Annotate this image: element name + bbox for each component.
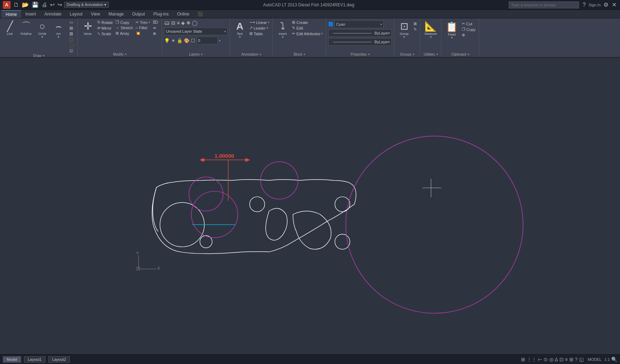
scale-button[interactable]: ⤡ Scale <box>96 31 114 36</box>
group-button[interactable]: ⊡ Group ▼ <box>396 20 412 40</box>
polar-icon[interactable]: ⊙ <box>544 357 548 362</box>
boundary-button[interactable]: ⬚ <box>68 37 75 42</box>
region-button[interactable]: ⬛ <box>68 42 75 48</box>
edit-attributes-button[interactable]: ✏ Edit Attributes ▾ <box>291 31 324 36</box>
circle-button[interactable]: ○ Circle ▼ <box>35 20 50 40</box>
print-icon[interactable]: 🖨 <box>41 1 48 9</box>
measure-button[interactable]: 📐 Measure ▼ <box>422 20 439 40</box>
signin-button[interactable]: Sign In <box>589 3 601 7</box>
lock-icon[interactable]: 🔒 <box>177 38 182 43</box>
leader-dd[interactable]: ▾ <box>267 26 268 30</box>
undo-icon[interactable]: ↩ <box>49 1 55 9</box>
workspace-dropdown[interactable]: Drafting & Annotation ▾ <box>64 2 109 8</box>
stretch-button[interactable]: ↔ Stretch <box>114 25 134 30</box>
copy-with-base-button[interactable]: ⊕ <box>461 32 477 38</box>
rotate-button[interactable]: ↻ Rotate <box>96 20 114 25</box>
annotation-dropdown-icon[interactable]: ▾ <box>260 53 261 56</box>
layer-freeze-icon[interactable]: ❄ <box>186 20 191 26</box>
array-button[interactable]: ⊞ Array <box>114 31 134 36</box>
settings-icon[interactable]: ⚙ <box>603 1 609 9</box>
redo-icon[interactable]: ↪ <box>57 1 63 9</box>
3d-icon[interactable]: ∆ <box>555 357 558 362</box>
help-icon[interactable]: ? <box>582 1 587 9</box>
ortho-icon[interactable]: ⊢ <box>538 357 542 362</box>
dynin-icon[interactable]: ⊡ <box>559 357 564 362</box>
group-dropdown-arrow[interactable]: ▼ <box>403 36 405 39</box>
circle-dropdown-arrow[interactable]: ▼ <box>41 36 44 39</box>
tab-plugins[interactable]: Plug-ins <box>149 10 173 18</box>
hatch-button[interactable]: ▤ <box>68 25 75 31</box>
rectangle-button[interactable]: ▭ <box>68 20 75 25</box>
create-block-button[interactable]: ⊞ Create <box>291 20 324 25</box>
mirror-button[interactable]: ⇌ Mirror <box>96 25 114 31</box>
draw-dropdown-icon[interactable]: ▾ <box>43 54 44 57</box>
tab-view[interactable]: View <box>87 10 104 18</box>
trim-button[interactable]: ✂ Trim ▾ <box>135 20 151 25</box>
sun-icon[interactable]: ☀ <box>171 38 175 43</box>
offset-button[interactable]: ⇏ <box>152 25 160 31</box>
polyline-button[interactable]: ⌒ Polyline <box>18 20 34 37</box>
line-button[interactable]: ╱ Line <box>2 20 18 37</box>
layer-isolate-icon[interactable]: ◈ <box>181 20 185 26</box>
tab-output[interactable]: Output <box>128 10 149 18</box>
tab-extra[interactable]: ⬛ <box>193 10 207 18</box>
tab-manage[interactable]: Manage <box>104 10 128 18</box>
cut-button[interactable]: ✂ Cut <box>461 21 477 26</box>
properties-dropdown-icon[interactable]: ▾ <box>368 53 370 56</box>
arc-dropdown-arrow[interactable]: ▼ <box>57 36 60 39</box>
layer-off-icon[interactable]: ◯ <box>192 20 198 26</box>
paste-button[interactable]: 📋 Paste ▼ <box>444 20 460 41</box>
edit-block-button[interactable]: ✎ Edit <box>291 25 324 31</box>
utilities-dropdown-icon[interactable]: ▾ <box>436 53 438 56</box>
groups-dropdown-icon[interactable]: ▾ <box>413 53 414 56</box>
text-button[interactable]: A Text ▼ <box>232 20 248 40</box>
drawing-canvas-area[interactable]: 1.00000 Y X <box>0 58 620 354</box>
arc-button[interactable]: ⌢ Arc ▼ <box>51 20 66 40</box>
tab-online[interactable]: Online <box>173 10 194 18</box>
tab-home[interactable]: Home <box>1 10 21 18</box>
table-button[interactable]: ⊞ Table <box>248 31 271 36</box>
join-button[interactable]: ⊕ <box>152 31 160 36</box>
erase-button[interactable]: ⌦ <box>152 20 160 25</box>
insert-dropdown-arrow[interactable]: ▼ <box>281 36 284 39</box>
open-icon[interactable]: 📂 <box>21 1 30 9</box>
layer-props-icon[interactable]: ⊟ <box>171 20 175 26</box>
tab-layout[interactable]: Layout <box>66 10 87 18</box>
linetype2-dropdown[interactable]: ByLayer ▾ <box>328 38 392 46</box>
edit-attr-dd[interactable]: ▾ <box>321 32 323 35</box>
layer-manager-icon[interactable]: 🗂 <box>164 20 170 26</box>
layer-state-dropdown[interactable]: Unsaved Layer State ▾ <box>164 27 228 35</box>
grid-icon[interactable]: ⋮⋮ <box>527 357 537 362</box>
group-edit-button[interactable]: ✎ <box>413 27 418 32</box>
save-icon[interactable]: 💾 <box>31 1 39 9</box>
color-icon[interactable]: 🎨 <box>184 38 190 43</box>
modify-dropdown-icon[interactable]: ▾ <box>125 53 126 56</box>
sc-icon[interactable]: ◱ <box>579 357 584 362</box>
linear-button[interactable]: ⟶ Linear ▾ <box>248 20 271 25</box>
close-icon[interactable]: ✕ <box>611 1 617 9</box>
layout1-tab[interactable]: Layout1 <box>24 356 45 363</box>
copy-button[interactable]: ❐ Copy <box>114 20 134 25</box>
copy-clipboard-button[interactable]: ❐ Copy <box>461 27 477 32</box>
color-dropdown[interactable]: Cyan ▾ <box>334 20 384 28</box>
tpmode-icon[interactable]: ⊞ <box>569 357 574 362</box>
tab-insert[interactable]: Insert <box>21 10 40 18</box>
layers-dropdown-icon[interactable]: ▾ <box>201 53 203 56</box>
explode-button[interactable]: 💥 <box>135 31 151 36</box>
linear-dd[interactable]: ▾ <box>268 21 269 24</box>
qp-icon[interactable]: ? <box>575 357 578 362</box>
zero-input[interactable] <box>197 37 218 44</box>
text-dropdown-arrow[interactable]: ▼ <box>238 36 241 39</box>
linetype1-dropdown[interactable]: ByLayer ▾ <box>328 29 392 37</box>
move-button[interactable]: ✛ Move <box>80 20 95 37</box>
zero-dropdown[interactable]: ▾ <box>219 39 221 42</box>
wipeout-button[interactable]: ◱ <box>68 48 75 53</box>
checkbox-icon[interactable]: ☐ <box>191 38 195 43</box>
insert-button[interactable]: ⤵ Insert ▼ <box>275 20 290 40</box>
leader-button[interactable]: ↗ Leader ▾ <box>248 25 271 31</box>
fillet-button[interactable]: ⌐ Fillet <box>135 25 151 30</box>
measure-dropdown-arrow[interactable]: ▼ <box>429 36 432 39</box>
layer-match-icon[interactable]: ≡ <box>177 20 180 26</box>
clipboard-dropdown-icon[interactable]: ▾ <box>468 53 469 56</box>
bulb-icon[interactable]: 💡 <box>164 38 170 43</box>
